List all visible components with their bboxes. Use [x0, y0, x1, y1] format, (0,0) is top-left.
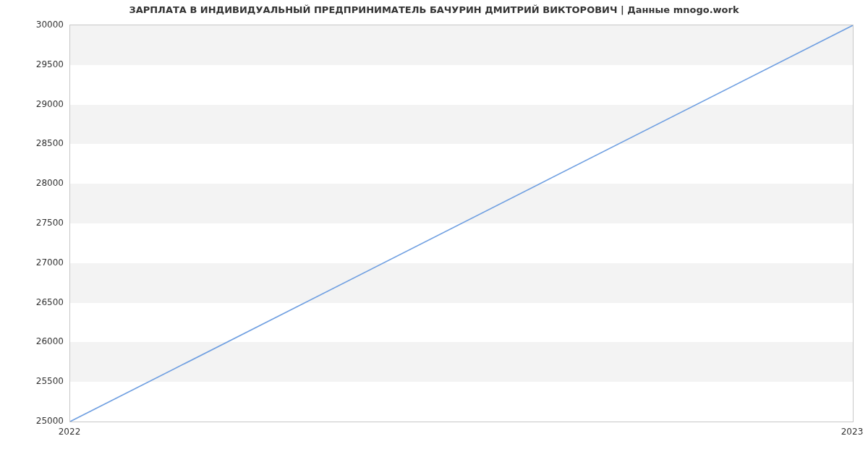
- plot-area: [69, 25, 854, 422]
- y-tick-label: 27500: [6, 218, 64, 228]
- salary-line-chart: ЗАРПЛАТА В ИНДИВИДУАЛЬНЫЙ ПРЕДПРИНИМАТЕЛ…: [0, 0, 868, 470]
- y-tick-label: 28500: [6, 138, 64, 148]
- x-tick-label: 2023: [841, 427, 864, 437]
- y-tick-label: 26000: [6, 336, 64, 346]
- y-tick-label: 30000: [6, 20, 64, 30]
- y-tick-label: 29500: [6, 59, 64, 69]
- y-tick-label: 25000: [6, 416, 64, 426]
- y-tick-label: 28000: [6, 178, 64, 188]
- y-tick-label: 27000: [6, 257, 64, 268]
- data-line: [70, 25, 853, 422]
- y-tick-label: 29000: [6, 99, 64, 109]
- x-tick-label: 2022: [59, 427, 81, 437]
- chart-title: ЗАРПЛАТА В ИНДИВИДУАЛЬНЫЙ ПРЕДПРИНИМАТЕЛ…: [0, 4, 868, 15]
- y-tick-label: 26500: [6, 297, 64, 307]
- y-tick-label: 25500: [6, 376, 64, 386]
